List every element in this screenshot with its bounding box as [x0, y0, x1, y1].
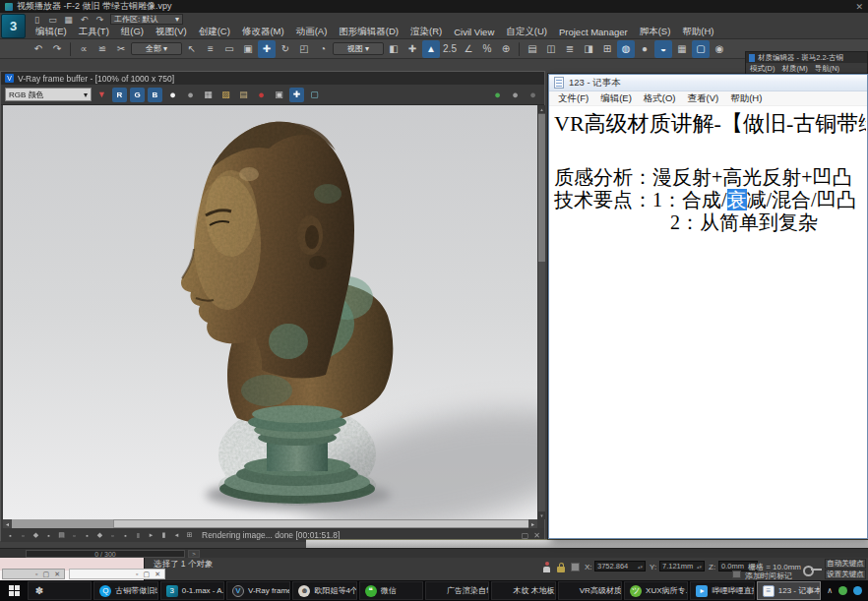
taskbar-item[interactable]: ▸ 哔哩哔哩直播... [690, 581, 754, 600]
horizontal-scrollbar[interactable]: ◂ ▸ [3, 519, 537, 528]
toolbar-button[interactable]: ▤ [524, 40, 541, 58]
scrollbar-thumb[interactable] [113, 519, 536, 528]
toolbar-button[interactable]: ≣ [561, 40, 579, 58]
vfb-toolbar-button[interactable]: ● [254, 88, 269, 102]
menu-item[interactable]: 帮助(H) [676, 26, 719, 38]
vfb-status-icon[interactable]: ‖ [133, 530, 144, 541]
toolbar-button[interactable]: ◫ [542, 40, 560, 58]
vfb-titlebar[interactable]: V V-Ray frame buffer - [100% of 1000 x 7… [1, 72, 544, 85]
notepad-titlebar[interactable]: 123 - 记事本 [549, 75, 867, 91]
scroll-down-icon[interactable]: ▾ [538, 511, 545, 519]
vfb-render-button[interactable]: ● [526, 88, 540, 102]
menu-item[interactable]: Civil View [448, 27, 500, 37]
vfb-toolbar-button[interactable]: R [112, 88, 127, 102]
toolbar-button[interactable]: ∝ [75, 40, 93, 58]
toolbar-button[interactable]: ⊞ [598, 40, 616, 58]
max-app-logo[interactable]: 3 [1, 14, 26, 38]
vfb-toolbar-button[interactable]: ▦ [201, 88, 216, 102]
toolbar-button[interactable]: ↷ [48, 40, 66, 58]
vfb-toolbar-button[interactable]: ▼ [94, 88, 109, 102]
scroll-right-icon[interactable]: ▸ [528, 519, 537, 528]
y-coordinate-field[interactable]: 7.121mm▴▾ [659, 561, 705, 571]
toolbar-button[interactable]: ≌ [93, 40, 111, 58]
taskbar-item[interactable]: ☻ 欧阳姐等4个... [292, 581, 356, 600]
vfb-toolbar-button[interactable]: G [130, 88, 145, 102]
menu-item[interactable]: 材质(M) [781, 64, 807, 74]
menu-item[interactable]: 帮助(H) [724, 92, 768, 105]
toolbar-button[interactable]: ↶ [30, 40, 47, 58]
toolbar-button[interactable]: ✚ [258, 40, 276, 58]
menu-item[interactable]: Project Manager [553, 27, 634, 37]
toolbar-button[interactable]: ⊕ [497, 40, 515, 58]
toolbar-button[interactable] [70, 42, 71, 56]
scroll-left-icon[interactable]: ◂ [3, 519, 12, 528]
isolate-selection-icon[interactable] [543, 562, 550, 573]
taskbar-item[interactable]: 3 0-1.max - A... [160, 581, 224, 600]
toolbar-button[interactable]: 2.5 [441, 40, 459, 58]
quick-access-icon[interactable]: ▯ [31, 14, 43, 25]
vfb-toolbar-button[interactable]: ▢ [307, 88, 322, 102]
window-control-icon[interactable]: ▢ [43, 571, 50, 578]
quick-access-icon[interactable]: ▭ [46, 14, 59, 25]
vfb-status-icon[interactable]: ▪ [5, 530, 16, 541]
toolbar-button[interactable]: ● [636, 40, 653, 58]
toolbar-button[interactable]: ◰ [295, 40, 313, 58]
menu-item[interactable]: 图形编辑器(D) [333, 26, 404, 38]
vfb-status-icon[interactable]: ▤ [56, 530, 67, 541]
toolbar-button[interactable]: ◧ [385, 40, 403, 58]
vfb-render-button[interactable]: ● [490, 88, 505, 102]
menu-item[interactable]: 渲染(R) [404, 26, 448, 38]
taskbar-item[interactable]: ツ XUX病所专... [624, 581, 688, 600]
quick-access-icon[interactable]: ↶ [78, 14, 91, 25]
start-button[interactable] [2, 580, 26, 601]
toolbar-button[interactable]: 全部 ▾ [131, 42, 182, 55]
vfb-toolbar-button[interactable]: ▤ [236, 88, 251, 102]
vfb-status-icon[interactable]: ◆ [94, 530, 105, 541]
toolbar-button[interactable]: ▢ [692, 40, 710, 58]
next-frame-button[interactable]: > [188, 550, 200, 558]
toolbar-button[interactable]: ◨ [580, 40, 597, 58]
toolbar-button[interactable]: ◔ [314, 40, 332, 58]
menu-item[interactable]: 脚本(S) [634, 26, 677, 38]
menu-item[interactable]: 模式(D) [750, 64, 775, 74]
vfb-toolbar-button[interactable]: ● [183, 88, 198, 102]
toolbar-button[interactable]: ◒ [654, 40, 672, 58]
menu-item[interactable]: 修改器(M) [236, 26, 290, 38]
toolbar-button[interactable]: ↖ [183, 40, 201, 58]
toolbar-button[interactable]: ◍ [617, 40, 635, 58]
vfb-status-icon[interactable]: ▫ [107, 530, 118, 541]
toolbar-button[interactable]: ✂ [112, 40, 130, 58]
scrollbar-thumb[interactable] [538, 114, 545, 262]
toolbar-button[interactable] [519, 42, 520, 56]
taskbar-item[interactable]: V V-Ray frame... [226, 581, 290, 600]
auto-key-button[interactable]: 自动关键点 [825, 559, 866, 569]
quick-access-icon[interactable]: ↷ [93, 14, 106, 25]
selection-lock-icon[interactable] [557, 567, 565, 572]
taskbar-item[interactable]: Q 古铜带做旧绿... [93, 581, 157, 600]
toolbar-button[interactable]: ∠ [460, 40, 477, 58]
taskbar-item[interactable]: ≡ 123 - 记事本 [757, 581, 821, 600]
vfb-status-icon[interactable]: ▪ [120, 530, 131, 541]
menu-item[interactable]: 组(G) [115, 26, 150, 38]
menu-item[interactable]: 编辑(E) [594, 92, 638, 105]
vfb-toolbar-button[interactable]: B [148, 88, 162, 102]
taskbar-item[interactable]: 木纹 木地板 [491, 581, 555, 600]
vfb-status-icon[interactable]: ▪ [43, 530, 54, 541]
toolbar-button[interactable]: ✚ [403, 40, 421, 58]
time-slider[interactable] [306, 539, 868, 548]
menu-item[interactable]: 视图(V) [150, 26, 193, 38]
toolbar-button[interactable]: 视图 ▾ [333, 42, 384, 55]
taskbar-item[interactable]: ❝ 微信 [359, 581, 423, 600]
material-editor-titlebar[interactable]: 材质编辑器 - 斑马2.2-古铜 [746, 52, 867, 63]
vfb-status-icon[interactable]: ◆ [31, 530, 41, 541]
tray-blue-icon[interactable] [853, 586, 862, 595]
window-control-icon[interactable]: ✕ [54, 571, 60, 578]
menu-item[interactable]: 动画(A) [290, 26, 334, 38]
taskbar-item[interactable]: 广告渲染自制... [425, 581, 489, 600]
menu-item[interactable]: 自定义(U) [500, 26, 553, 38]
toolbar-button[interactable]: ▭ [220, 40, 238, 58]
absolute-mode-icon[interactable] [571, 563, 580, 571]
vfb-toolbar-button[interactable]: ✚ [289, 88, 304, 102]
tray-green-icon[interactable] [838, 586, 847, 595]
close-icon[interactable]: ✕ [855, 2, 863, 12]
